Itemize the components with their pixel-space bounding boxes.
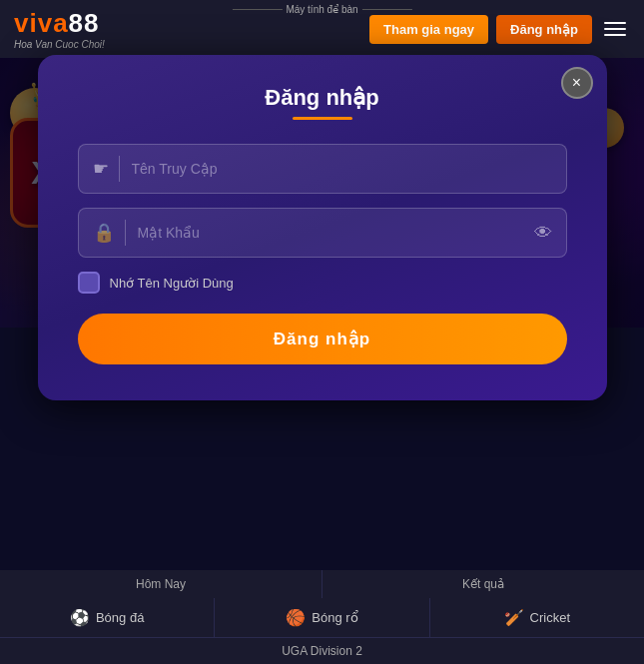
bong-da-icon: ⚽ bbox=[70, 608, 90, 627]
bong-ro-label: Bóng rổ bbox=[312, 610, 357, 625]
logo: viva88 Hoa Van Cuoc Choi! bbox=[14, 8, 105, 50]
bong-ro-icon: 🏀 bbox=[286, 608, 306, 627]
tab-bong-da[interactable]: ⚽ Bóng đá bbox=[0, 598, 215, 637]
header: viva88 Hoa Van Cuoc Choi! Máy tính để bà… bbox=[0, 0, 644, 58]
login-header-button[interactable]: Đăng nhập bbox=[496, 15, 592, 44]
modal-close-button[interactable]: × bbox=[561, 67, 593, 99]
username-input-group: ☛ bbox=[78, 144, 567, 194]
league-label: UGA Division 2 bbox=[0, 638, 644, 664]
hamburger-line-1 bbox=[604, 22, 626, 24]
header-right: Tham gia ngay Đăng nhập bbox=[369, 15, 630, 44]
sports-tab-row: ⚽ Bóng đá 🏀 Bóng rổ 🏏 Cricket bbox=[0, 598, 644, 638]
modal-title: Đăng nhập bbox=[78, 85, 567, 111]
remember-checkbox[interactable] bbox=[78, 272, 100, 294]
hamburger-line-2 bbox=[604, 28, 626, 30]
cricket-label: Cricket bbox=[530, 610, 570, 625]
logo-slogan: Hoa Van Cuoc Choi! bbox=[14, 39, 105, 50]
username-input[interactable] bbox=[132, 161, 552, 177]
input-divider-2 bbox=[125, 220, 126, 246]
toggle-password-icon[interactable]: 👁 bbox=[534, 223, 552, 244]
schedule-row: Hôm Nay Kết quả bbox=[0, 570, 644, 598]
device-label: Máy tính để bàn bbox=[232, 4, 411, 15]
bottom-strip: Hôm Nay Kết quả ⚽ Bóng đá 🏀 Bóng rổ 🏏 Cr… bbox=[0, 570, 644, 664]
modal-title-underline bbox=[293, 117, 352, 120]
ket-qua-label: Kết quả bbox=[322, 570, 644, 598]
hamburger-menu-button[interactable] bbox=[600, 18, 630, 40]
login-submit-button[interactable]: Đăng nhập bbox=[78, 314, 567, 364]
user-icon: ☛ bbox=[93, 158, 109, 180]
password-input-group: 🔒 👁 bbox=[78, 208, 567, 258]
input-divider-1 bbox=[119, 156, 120, 182]
join-button[interactable]: Tham gia ngay bbox=[369, 15, 488, 44]
bong-da-label: Bóng đá bbox=[96, 610, 144, 625]
password-input[interactable] bbox=[138, 225, 534, 241]
tab-cricket[interactable]: 🏏 Cricket bbox=[430, 598, 644, 637]
remember-label: Nhớ Tên Người Dùng bbox=[110, 276, 234, 291]
tab-bong-ro[interactable]: 🏀 Bóng rổ bbox=[215, 598, 429, 637]
cricket-icon: 🏏 bbox=[504, 608, 524, 627]
hom-nay-label: Hôm Nay bbox=[0, 570, 322, 598]
login-modal: × Đăng nhập ☛ 🔒 👁 Nhớ Tên Người Dùng Đăn… bbox=[38, 55, 607, 400]
hamburger-line-3 bbox=[604, 34, 626, 36]
lock-icon: 🔒 bbox=[93, 222, 115, 244]
remember-row: Nhớ Tên Người Dùng bbox=[78, 272, 567, 294]
logo-text: viva88 bbox=[14, 8, 105, 39]
